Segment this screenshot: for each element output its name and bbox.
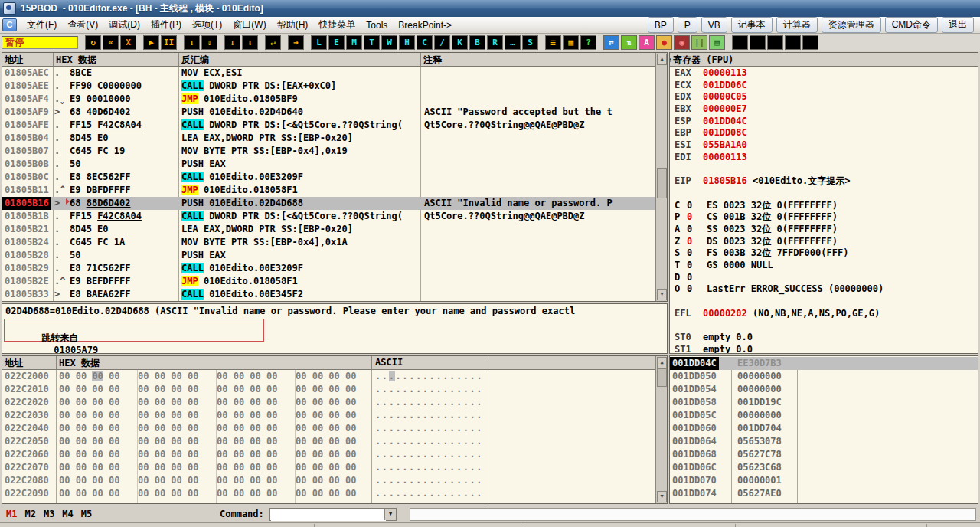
plugin-updown-icon[interactable]: ⇅: [621, 35, 637, 50]
column-header-hex[interactable]: HEX 数据: [59, 357, 100, 370]
disasm-row[interactable]: 01805AEC.8BCEMOV ECX,ESI: [2, 67, 656, 80]
combo-dropdown-icon[interactable]: ▼: [384, 509, 396, 520]
menu-item[interactable]: 选项(T): [187, 17, 227, 33]
menu-quick-button[interactable]: 计算器: [776, 17, 818, 33]
dump-row[interactable]: 022C206000 00 00 0000 00 00 0000 00 00 0…: [2, 448, 656, 461]
executable-modules-icon[interactable]: E: [328, 35, 345, 50]
disasm-row[interactable]: 01805B33>E8 BAEA62FFCALL 010Edito.00E345…: [2, 288, 656, 301]
dump-scrollbar[interactable]: ▲ ▼: [655, 356, 667, 503]
menu-item[interactable]: 窗口(W): [227, 17, 271, 33]
stack-row[interactable]: 001DD060001DD704: [670, 422, 978, 435]
menu-item[interactable]: Tools: [361, 18, 393, 32]
plugin-target-icon[interactable]: ◉: [674, 35, 690, 50]
dump-row[interactable]: 022C208000 00 00 0000 00 00 0000 00 00 0…: [2, 474, 656, 487]
run-trace-icon[interactable]: …: [505, 35, 521, 50]
breakpoints-icon[interactable]: B: [469, 35, 485, 50]
disasm-row[interactable]: 01805B07.C645 FC 19MOV BYTE PTR SS:[EBP-…: [2, 145, 656, 158]
toolbar-blank-button[interactable]: [802, 35, 818, 50]
disasm-row[interactable]: 01805B1B.FF15 F42C8A04CALL DWORD PTR DS:…: [2, 210, 656, 223]
plugin-columns-icon[interactable]: ||: [691, 35, 707, 50]
close-icon[interactable]: X: [120, 35, 136, 50]
menu-quick-button[interactable]: 资源管理器: [822, 17, 881, 33]
flag-row[interactable]: C0ES 0023 32位 0(FFFFFFFF): [675, 200, 976, 212]
disassembly-scrollbar[interactable]: ▲ ▼: [655, 53, 667, 301]
register-row[interactable]: EDX00000C05: [675, 91, 976, 103]
disasm-row[interactable]: 01805B04.8D45 E0LEA EAX,DWORD PTR SS:[EB…: [2, 132, 656, 145]
disasm-row[interactable]: 01805B28.50PUSH EAX: [2, 249, 656, 262]
menu-quick-button[interactable]: 退出: [942, 17, 974, 33]
execute-till-return-icon[interactable]: ↵: [265, 35, 281, 50]
toolbar-blank-button[interactable]: [732, 35, 748, 50]
dump-row[interactable]: 022C200000 00 00 0000 00 00 0000 00 00 0…: [2, 370, 656, 383]
stack-row[interactable]: 001DD04CEE30D7B3: [670, 357, 978, 370]
stack-row[interactable]: 001DD058001DD19C: [670, 396, 978, 409]
stack-row[interactable]: 001DD05400000000: [670, 383, 978, 396]
menu-item[interactable]: 调试(D): [103, 17, 145, 33]
disasm-row[interactable]: 01805AEE.FF90 C0000000CALL DWORD PTR DS:…: [2, 80, 656, 93]
register-row[interactable]: ESP001DD04C: [675, 116, 976, 128]
plugin-record-icon[interactable]: ●: [656, 35, 672, 50]
memory-view-button[interactable]: M2: [24, 509, 35, 519]
dump-row[interactable]: 022C202000 00 00 0000 00 00 0000 00 00 0…: [2, 396, 656, 409]
menu-quick-button[interactable]: 记事本: [731, 17, 773, 33]
dump-row[interactable]: 022C207000 00 00 0000 00 00 0000 00 00 0…: [2, 461, 656, 474]
scroll-down-icon[interactable]: ▼: [657, 289, 667, 300]
column-header-ascii[interactable]: ASCII: [375, 357, 403, 368]
register-row[interactable]: EAX00000113: [675, 67, 976, 80]
flag-row[interactable]: S0FS 003B 32位 7FFDF000(FFF): [675, 247, 976, 260]
disasm-row[interactable]: 01805B0C.E8 8EC562FFCALL 010Edito.00E320…: [2, 171, 656, 184]
disasm-row[interactable]: 01805B29.E8 71C562FFCALL 010Edito.00E320…: [2, 262, 656, 275]
column-header-comment[interactable]: 注释: [423, 54, 442, 67]
stack-row[interactable]: 001DD07405627AE0: [670, 487, 978, 500]
menu-item[interactable]: 快捷菜单: [313, 17, 361, 33]
disasm-row[interactable]: 01805B0B.50PUSH EAX: [2, 158, 656, 171]
run-icon[interactable]: ▶: [143, 35, 159, 50]
collapse-pane-button[interactable]: ‹: [669, 54, 673, 65]
menu-quick-button[interactable]: VB: [701, 17, 727, 33]
command-combobox[interactable]: ▼: [270, 508, 397, 521]
register-row[interactable]: ESI055BA1A0: [675, 139, 976, 152]
disasm-row[interactable]: 01805AF4.ˬE9 00010000JMP 010Edito.01805B…: [2, 93, 656, 106]
scrollbar-thumb[interactable]: [657, 368, 667, 387]
disasm-row[interactable]: 01805AF9>68 40D6D402PUSH 010Edito.02D4D6…: [2, 106, 656, 119]
animate-over-icon[interactable]: ⇓: [242, 35, 258, 50]
flag-row[interactable]: P0CS 001B 32位 0(FFFFFFFF): [675, 211, 976, 224]
stack-row[interactable]: 001DD07000000001: [670, 474, 978, 487]
stack-row[interactable]: 001DD06405653078: [670, 435, 978, 448]
flag-row[interactable]: A0SS 0023 32位 0(FFFFFFFF): [675, 224, 976, 236]
plugin-swap-icon[interactable]: ⇄: [603, 35, 619, 50]
fpu-row[interactable]: ST1empty 0.0: [675, 344, 976, 353]
memory-view-button[interactable]: M1: [6, 509, 17, 519]
disasm-row[interactable]: 01805B16>68 88D6D402PUSH 010Edito.02D4D6…: [2, 197, 656, 210]
scroll-up-icon[interactable]: ▲: [657, 54, 667, 65]
column-header-hex[interactable]: HEX 数据: [56, 54, 96, 67]
efl-row[interactable]: EFL00000202 (NO,NB,NE,A,NS,PO,GE,G): [675, 308, 976, 320]
stack-row[interactable]: 001DD05000000000: [670, 370, 978, 383]
disasm-row[interactable]: 01805B11.^E9 DBFDFFFFJMP 010Edito.018058…: [2, 184, 656, 197]
scroll-down-icon[interactable]: ▼: [657, 491, 667, 502]
dump-row[interactable]: 022C201000 00 00 0000 00 00 0000 00 00 0…: [2, 383, 656, 396]
patches-icon[interactable]: /: [434, 35, 450, 50]
windows-icon[interactable]: W: [381, 35, 397, 50]
memory-view-button[interactable]: M5: [81, 509, 92, 519]
disasm-row[interactable]: 01805AFE.FF15 F42C8A04CALL DWORD PTR DS:…: [2, 119, 656, 132]
command-input[interactable]: [271, 509, 386, 521]
dump-row[interactable]: 022C209000 00 00 0000 00 00 0000 00 00 0…: [2, 487, 656, 500]
register-row[interactable]: EDI00000113: [675, 152, 976, 164]
menu-item[interactable]: 帮助(H): [272, 17, 314, 33]
flag-row[interactable]: Z0DS 0023 32位 0(FFFFFFFF): [675, 236, 976, 248]
disasm-row[interactable]: 01805B21.8D45 E0LEA EAX,DWORD PTR SS:[EB…: [2, 223, 656, 236]
eip-row[interactable]: EIP01805B16 <010Edito.文字提示>: [675, 175, 976, 188]
menu-item[interactable]: BreakPoint->: [393, 18, 457, 32]
menu-quick-button[interactable]: BP: [648, 17, 674, 33]
dump-row[interactable]: 022C204000 00 00 0000 00 00 0000 00 00 0…: [2, 422, 656, 435]
stack-row[interactable]: 001DD06C05623C68: [670, 461, 978, 474]
plugin-book-icon[interactable]: ▤: [709, 35, 725, 50]
flag-row[interactable]: D0: [675, 272, 976, 284]
help-icon[interactable]: ?: [580, 35, 596, 50]
debug-options-icon[interactable]: ≡: [545, 35, 561, 50]
step-over-icon[interactable]: ⇓: [201, 35, 217, 50]
animate-into-icon[interactable]: ↓: [224, 35, 240, 50]
memory-map-icon[interactable]: M: [346, 35, 362, 50]
stack-row[interactable]: 001DD06805627C78: [670, 448, 978, 461]
